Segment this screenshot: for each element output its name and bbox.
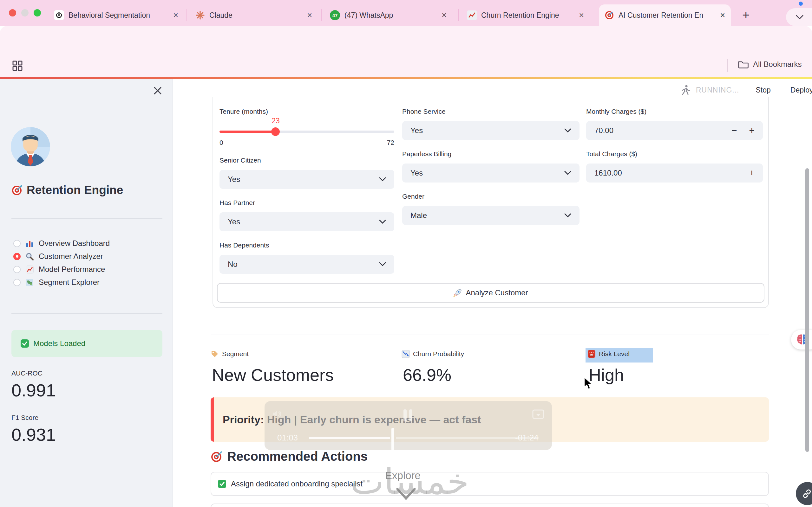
chart-down-icon [402,350,410,358]
whatsapp-icon: 47 [330,10,340,20]
slider-thumb[interactable] [271,127,280,136]
decrement-button[interactable]: − [731,168,749,178]
new-tab-button[interactable]: + [742,9,750,21]
tab-title: AI Customer Retention En [618,11,703,20]
sidebar-close-icon[interactable] [152,85,163,96]
tag-icon [211,350,219,358]
close-window-button[interactable] [9,9,16,16]
phone-service-select[interactable]: Yes [402,121,579,140]
senior-citizen-select[interactable]: Yes [219,170,394,189]
chevron-down-icon [379,262,386,267]
tab-behavioral-segmentation[interactable]: Behavioral Segmentation × [48,4,184,26]
video-progress-played[interactable] [309,437,390,439]
app-status-running: RUNNING... Stop Deploy [679,84,812,96]
models-loaded-status: Models Loaded [11,330,162,357]
speaker-icon[interactable] [271,409,282,419]
analyze-customer-button[interactable]: Analyze Customer [217,283,764,302]
radio-unselected[interactable] [13,266,20,273]
link-icon [802,488,812,499]
chatgpt-icon [54,10,64,20]
action-item [211,504,769,507]
tab-claude[interactable]: Claude × [190,4,318,26]
zoom-window-button[interactable] [34,9,41,16]
recommended-actions-heading: Recommended Actions [211,449,368,464]
pip-icon[interactable] [532,409,544,419]
decrement-button[interactable]: − [731,125,749,136]
scrollbar-thumb[interactable] [805,168,809,452]
tab-title: (47) WhatsApp [345,11,393,20]
minimize-window-button[interactable] [21,9,29,16]
tab-close-icon[interactable]: × [442,11,447,20]
slider-value: 23 [269,117,282,125]
gender-select[interactable]: Male [402,206,579,225]
magnifier-icon [26,252,34,261]
senior-citizen-label: Senior Citizen [219,157,261,164]
bookmarks-bar: All Bookmarks [0,54,812,77]
browser-tab-strip: Behavioral Segmentation × Claude × 47 (4… [0,0,812,26]
metric-value: 0.991 [11,380,56,400]
check-icon [20,339,29,348]
has-dependents-select[interactable]: No [219,255,394,274]
running-label: RUNNING... [696,86,740,95]
tab-close-icon[interactable]: × [579,11,584,20]
action-item-text: Assign dedicated onboarding specialist [231,480,362,488]
segment-metric-value: New Customers [212,365,334,385]
tenure-label: Tenure (months) [219,108,268,115]
sidebar-item-overview-dashboard[interactable]: Overview Dashboard [13,239,110,248]
deploy-button[interactable]: Deploy [791,86,812,95]
apps-grid-icon[interactable] [11,60,23,72]
tab-ai-customer-retention-active[interactable]: AI Customer Retention En × [599,4,731,26]
claude-icon [195,10,205,20]
radio-unselected[interactable] [13,240,20,247]
businessman-avatar [11,127,50,166]
segment-metric-label: Segment [211,350,249,358]
app-sidebar: Retention Engine Overview Dashboard Cust… [0,79,173,507]
churn-probability-metric-label: Churn Probability [402,350,464,358]
tab-close-icon[interactable]: × [307,11,312,20]
siren-icon [588,350,596,358]
increment-button[interactable]: + [749,125,755,136]
chart-up-icon [26,266,34,274]
models-loaded-label: Models Loaded [33,339,85,348]
paperless-billing-label: Paperless Billing [402,150,451,158]
tab-close-icon[interactable]: × [720,11,725,20]
tab-close-icon[interactable]: × [173,11,178,20]
tab-churn-retention-engine[interactable]: Churn Retention Engine × [461,4,590,26]
stop-button[interactable]: Stop [756,86,771,95]
app-main: RUNNING... Stop Deploy Tenure (months) 2… [173,79,812,507]
all-bookmarks-label: All Bookmarks [753,60,802,69]
rocket-icon [453,289,462,297]
all-bookmarks-button[interactable]: All Bookmarks [737,58,802,70]
metric-label: AUC-ROC [11,370,43,377]
sidebar-item-model-performance[interactable]: Model Performance [13,265,105,274]
line-chart-icon [467,10,477,20]
tab-title: Churn Retention Engine [481,11,559,20]
video-scrubber-handle[interactable] [392,428,394,451]
browser-toolbar: localhost:8502 Ga [0,26,812,54]
running-man-icon [679,84,691,96]
check-icon [217,480,226,488]
has-partner-label: Has Partner [219,199,255,207]
monthly-charges-input[interactable]: 70.00 − + [586,121,763,140]
bar-chart-icon [26,239,34,247]
total-charges-input[interactable]: 1610.00 − + [586,164,763,182]
has-partner-select[interactable]: Yes [219,212,394,231]
chevron-down-icon [564,128,571,133]
paperless-billing-select[interactable]: Yes [402,164,579,182]
has-dependents-label: Has Dependents [219,241,269,249]
sidebar-item-segment-explorer[interactable]: Segment Explorer [13,278,100,287]
folder-icon [737,58,749,70]
radio-unselected[interactable] [13,279,20,286]
chevron-down-icon [564,171,571,175]
total-charges-label: Total Charges ($) [586,150,637,158]
sidebar-item-customer-analyzer[interactable]: Customer Analyzer [13,252,103,261]
radio-selected[interactable] [13,253,20,260]
pause-icon[interactable] [403,409,407,421]
target-icon [211,451,223,463]
video-player-overlay: 01:03 -01:24 [264,401,552,450]
tab-search-pill[interactable] [786,8,812,26]
tab-whatsapp[interactable]: 47 (47) WhatsApp × [324,4,452,26]
risk-level-metric-label: Risk Level [588,350,629,358]
increment-button[interactable]: + [749,168,755,178]
target-icon [11,184,23,196]
